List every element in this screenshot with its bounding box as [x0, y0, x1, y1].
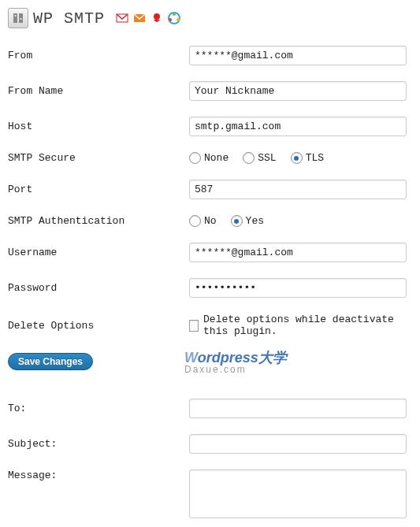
smtp-auth-yes-radio[interactable] [231, 215, 243, 227]
svg-point-2 [15, 15, 17, 17]
subject-label: Subject: [8, 438, 189, 450]
subject-input[interactable] [189, 434, 407, 454]
watermark: Wordpress大学 Daxue.com [184, 348, 287, 375]
host-input[interactable] [189, 117, 407, 136]
password-input[interactable] [189, 278, 407, 298]
to-input[interactable] [189, 399, 407, 418]
svg-rect-0 [13, 13, 17, 23]
from-name-label: From Name [8, 85, 189, 97]
delete-options-checkbox-label: Delete options while deactivate this plu… [203, 314, 412, 337]
smtp-secure-ssl-radio[interactable] [243, 152, 255, 164]
mail-icon[interactable] [133, 12, 146, 24]
smtp-secure-tls-radio[interactable] [291, 152, 303, 164]
smtp-auth-no-radio[interactable] [189, 215, 201, 227]
save-changes-button[interactable]: Save Changes [8, 353, 93, 370]
message-label: Message: [8, 469, 189, 481]
svg-point-8 [173, 13, 176, 16]
smtp-secure-label: SMTP Secure [8, 152, 189, 164]
from-label: From [8, 50, 189, 61]
svg-point-6 [154, 13, 160, 20]
port-input[interactable] [189, 180, 407, 199]
smtp-auth-yes-label: Yes [246, 215, 264, 227]
page-title: WP SMTP [33, 9, 105, 28]
from-input[interactable] [189, 46, 407, 65]
from-name-input[interactable] [189, 81, 407, 101]
smtp-auth-no-label: No [204, 215, 217, 227]
svg-point-9 [177, 18, 180, 21]
gmail-icon[interactable] [116, 12, 128, 24]
username-label: Username [8, 247, 189, 258]
plugin-icon [8, 8, 28, 28]
delete-options-label: Delete Options [8, 320, 189, 332]
provider-icon-4[interactable] [168, 12, 180, 24]
svg-point-10 [169, 18, 172, 21]
to-label: To: [8, 403, 189, 414]
password-label: Password [8, 282, 189, 294]
delete-options-checkbox[interactable] [189, 320, 199, 332]
smtp-auth-label: SMTP Authentication [8, 215, 189, 227]
smtp-secure-tls-label: TLS [306, 152, 324, 164]
smtp-secure-none-label: None [204, 152, 229, 164]
provider-icon-3[interactable] [151, 12, 163, 24]
smtp-secure-none-radio[interactable] [189, 152, 201, 164]
port-label: Port [8, 184, 189, 195]
svg-point-3 [20, 18, 22, 20]
smtp-secure-ssl-label: SSL [258, 152, 276, 164]
username-input[interactable] [189, 243, 407, 262]
message-input[interactable] [189, 469, 407, 518]
host-label: Host [8, 121, 189, 132]
